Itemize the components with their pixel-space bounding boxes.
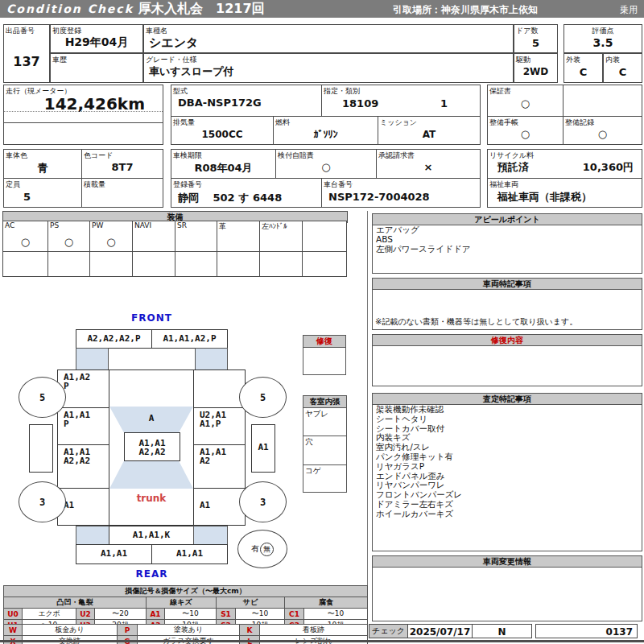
- transmission-label: ミッション: [380, 118, 417, 128]
- class-number: 18109: [342, 97, 378, 109]
- drive-cell: 駆動 2WD: [514, 53, 558, 83]
- lot-number-cell: 出品番号 137: [3, 24, 50, 83]
- equip-empty: [217, 252, 260, 277]
- grade-cell: グレード・仕様 車いすスロープ付: [143, 53, 514, 83]
- inspection-cell: 車検期限 R08年04月: [171, 149, 276, 179]
- right-front-fender: [193, 369, 246, 408]
- auction-title: 厚木入札会 1217回: [138, 1, 265, 18]
- model-code-value: DBA-NSP172G: [178, 97, 262, 109]
- recycle-status: 預託済: [497, 160, 529, 175]
- right-rear-door: A1,A1 A2: [193, 444, 246, 489]
- divider: [4, 111, 163, 112]
- equip-navi: NAVI: [133, 221, 175, 252]
- brand-logo: Condition Check: [6, 2, 134, 15]
- taillight-right: [193, 526, 228, 545]
- spare-tire-indicator: 有無: [237, 530, 287, 568]
- front-bumper-right: A1,A1,A2,P: [151, 329, 228, 349]
- auction-sheet: Condition Check 厚木入札会 1217回 引取場所：神奈川県厚木市…: [0, 0, 644, 644]
- insurance-cell: 検付自賠責 ○: [275, 149, 377, 179]
- color-code-cell: 色コード 8T7: [81, 149, 163, 179]
- wheel-rear-right: 3: [239, 481, 287, 522]
- legend-desc: 〜10: [236, 609, 285, 620]
- appeal-panel: アピールポイント エアバッグ ABS 左側パワースライドドア: [372, 213, 642, 274]
- class-label: 指定・類別: [324, 86, 360, 97]
- title-bar: Condition Check 厚木入札会 1217回 引取場所：神奈川県厚木市…: [0, 0, 644, 18]
- approval-label: 承認請求書: [378, 151, 415, 161]
- score-value: 3.5: [564, 36, 642, 49]
- maintenance-record-cell: 整備記録 ○: [563, 116, 642, 145]
- approval-cell: 承認請求書 ×: [376, 149, 481, 179]
- rear-window: [109, 461, 193, 489]
- legend-code: P: [118, 625, 138, 636]
- model-name-value: シエンタ: [149, 35, 198, 51]
- equip-extra: [303, 221, 347, 252]
- doors-label: ドア数: [516, 26, 538, 36]
- legend-desc: 板金あり: [23, 625, 118, 636]
- doors-value: 5: [514, 37, 557, 49]
- history-cell: 車歴: [50, 53, 143, 83]
- legend-group-rust: サビ: [217, 597, 285, 609]
- history-label: 車歴: [52, 55, 67, 65]
- divider: [4, 122, 163, 123]
- equipment-table: AC○ PS○ PW○ NAVI SR 革 左ﾊﾝﾄﾞﾙ: [2, 221, 347, 277]
- legend-desc: 〜20: [95, 609, 147, 620]
- equip-empty: [133, 252, 175, 277]
- lining-row-hole: 穴: [303, 436, 346, 465]
- equip-empty: [3, 252, 48, 277]
- transmission-value: AT: [378, 129, 480, 140]
- assessment-item: シートカバー取付: [373, 424, 642, 434]
- warranty-label: 保証書: [489, 86, 511, 97]
- equip-empty: [48, 252, 90, 277]
- trunk-label: trunk: [109, 493, 193, 504]
- model-code-cell: 型式 DBA-NSP172G: [171, 85, 322, 117]
- legend-desc: 塗装あり: [138, 625, 240, 636]
- right-front-door: U2,A1 A1,P: [193, 407, 246, 445]
- displacement-value: 1500CC: [171, 129, 273, 140]
- score-label: 評価点: [564, 26, 642, 36]
- fuel-cell: 燃料 ｶﾞｿﾘﾝ: [273, 116, 378, 145]
- chassis-number-label: 車台番号: [324, 180, 353, 190]
- warranty-cell: 保証書 ○: [487, 85, 564, 117]
- right-side-box: A1: [251, 424, 275, 473]
- cabin-lining-panel: 客室内張 ヤブレ 穴 コゲ: [303, 395, 347, 493]
- repair-content-header: 修復内容: [373, 335, 642, 346]
- equip-ps: PS○: [48, 221, 90, 252]
- legend-desc: 〜10: [165, 609, 217, 620]
- legend-desc: エクボ: [23, 609, 76, 620]
- drive-label: 駆動: [516, 55, 530, 65]
- legend-code: A1: [147, 609, 165, 620]
- bottom-edge-bar: [0, 640, 644, 642]
- body-color-label: 車体色: [6, 151, 27, 161]
- displacement-cell: 排気量 1500CC: [171, 116, 274, 145]
- class-cell: 指定・類別 18109 1: [321, 85, 481, 117]
- transmission-cell: ミッション AT: [378, 116, 481, 145]
- interior-grade-value: C: [604, 66, 642, 78]
- chassis-number-value: NSP172-7004028: [328, 191, 430, 203]
- maintenance-book-label: 整備手帳: [489, 118, 518, 128]
- headlight-right: [195, 348, 228, 370]
- inspection-label: 車検期限: [173, 151, 202, 161]
- assessment-item: ドアミラー左右キズ: [373, 500, 642, 510]
- pickup-location: 引取場所：神奈川県厚木市上依知: [393, 3, 538, 17]
- maintenance-book-cell: 整備手帳 ○: [487, 116, 564, 145]
- taillight-left: [76, 526, 109, 545]
- interior-grade-cell: 内装 C: [603, 53, 642, 83]
- capacity-label: 定員: [6, 180, 20, 190]
- rear-bumper-left: A1,A1: [76, 544, 152, 564]
- left-side-box: [29, 424, 53, 473]
- color-code-label: 色コード: [84, 151, 113, 161]
- left-rear-door: A1,A1 A2,A2: [57, 444, 109, 489]
- lining-row-tear: ヤブレ: [303, 408, 346, 436]
- approval-mark: ×: [377, 161, 480, 173]
- recycle-fee-cell: リサイクル料 預託済 10,360円: [487, 149, 642, 179]
- cabin-lining-header: 客室内張: [303, 396, 346, 408]
- drive-value: 2WD: [514, 66, 557, 77]
- rear-label: REAR: [76, 568, 228, 580]
- check-code-cell: N: [472, 624, 532, 638]
- equip-empty: [260, 252, 303, 277]
- center-column: A A1,A1 A2,A2 trunk: [109, 369, 194, 526]
- welfare-label: 福祉車両: [489, 180, 518, 190]
- damage-diagram: FRONT A2,A2,A2,P A1,A1,A2,P A1,A2 P A1,A…: [0, 310, 370, 588]
- maintenance-record-label: 整備記録: [565, 118, 594, 128]
- assessment-header: 査定特記事項: [373, 394, 642, 405]
